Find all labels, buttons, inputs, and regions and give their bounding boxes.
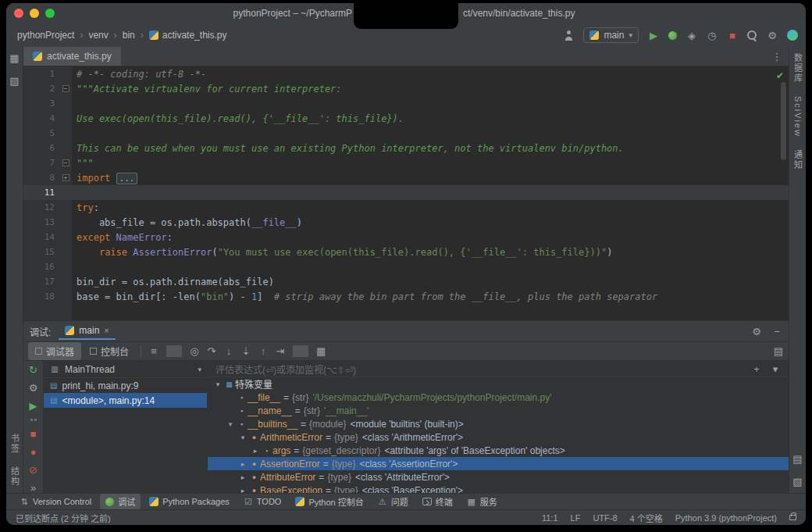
python-packages-tool[interactable]: Python Packages xyxy=(144,495,235,508)
version-control-tool-icon[interactable]: ⇅ xyxy=(20,498,29,506)
line-number[interactable]: 16 xyxy=(23,262,59,272)
python-console-tool[interactable]: Python 控制台 xyxy=(290,494,369,509)
line-number[interactable]: 4 xyxy=(23,113,59,123)
chevron-right-icon[interactable]: ▸ xyxy=(237,460,248,468)
fold-icon[interactable]: − xyxy=(62,159,69,166)
thread-selector[interactable]: ▥ MainThread ▾ xyxy=(44,361,207,378)
editor-tab[interactable]: activate_this.py xyxy=(23,47,121,66)
line-number[interactable]: 7 xyxy=(23,158,59,168)
line-number[interactable]: 11 xyxy=(23,187,59,198)
line-number[interactable]: 5 xyxy=(23,128,59,138)
search-everywhere-button[interactable] xyxy=(747,30,757,41)
variable-row[interactable]: ▸●BaseException={type}<class 'BaseExcept… xyxy=(208,484,789,493)
close-icon[interactable]: × xyxy=(104,326,109,335)
layout-icon[interactable]: ▤ xyxy=(773,346,784,356)
project-tool-icon[interactable]: ▦ xyxy=(9,53,20,63)
chevron-down-icon[interactable]: ▾ xyxy=(212,380,223,388)
variable-row[interactable]: ▪__file__={str}'/Users/maczhuli/PycharmP… xyxy=(208,391,789,404)
todo-tool-icon[interactable]: ☑ xyxy=(244,498,253,506)
add-watch-icon[interactable]: + xyxy=(751,364,762,374)
layout-settings-icon[interactable]: ≡ xyxy=(146,346,162,356)
debug-tool[interactable]: 调试 xyxy=(100,494,141,509)
bookmarks-tool-button[interactable]: 书签 xyxy=(9,434,21,454)
status-item[interactable]: 4 个空格 xyxy=(630,512,663,524)
run-button[interactable]: ▶ xyxy=(648,30,659,41)
status-item[interactable]: 11:1 xyxy=(542,513,558,523)
settings-button[interactable]: ⚙ xyxy=(767,30,778,41)
inspections-ok-icon[interactable]: ✔ xyxy=(776,70,784,81)
modify-run-config-icon[interactable]: ⚙ xyxy=(28,383,39,393)
variable-row[interactable]: ▸●AssertionError={type}<class 'Assertion… xyxy=(208,457,789,470)
breadcrumb-item[interactable]: pythonProject xyxy=(14,29,77,41)
hide-panel-icon[interactable]: − xyxy=(771,327,782,337)
run-to-cursor-icon[interactable]: ⇥ xyxy=(272,346,288,356)
debug-tab-console[interactable]: 控制台 xyxy=(83,342,136,360)
show-execution-point-icon[interactable]: ◎ xyxy=(187,346,202,356)
evaluate-expression-icon[interactable]: ▦ xyxy=(313,346,329,356)
todo-tool[interactable]: ☑TODO xyxy=(238,495,287,508)
line-number[interactable]: 2 xyxy=(23,84,59,94)
profile-avatar[interactable] xyxy=(787,30,798,41)
services-tool[interactable]: ▦服务 xyxy=(461,494,503,509)
line-number[interactable]: 12 xyxy=(23,202,59,212)
coverage-button[interactable]: ◈ xyxy=(686,30,697,41)
profiler-button[interactable]: ◷ xyxy=(707,30,718,41)
resume-program-icon[interactable]: ▶ xyxy=(28,401,39,411)
line-number[interactable]: 18 xyxy=(23,291,59,302)
problems-tool[interactable]: ⚠问题 xyxy=(372,494,414,509)
more-options-icon[interactable]: ⋮ xyxy=(771,52,782,62)
settings-icon[interactable]: ⚙ xyxy=(751,327,762,337)
stack-frame-row[interactable]: ▤print_hi, main.py:9 xyxy=(44,378,207,393)
code-editor[interactable]: 1# -*- coding: utf-8 -*-2−"""Activate vi… xyxy=(23,66,789,320)
fold-icon[interactable]: − xyxy=(62,85,69,92)
close-window-button[interactable] xyxy=(14,9,23,18)
folded-region[interactable]: ... xyxy=(116,173,138,184)
rerun-debug-icon[interactable]: ↻ xyxy=(28,365,39,375)
version-control-tool[interactable]: ⇅Version Control xyxy=(14,495,97,508)
status-item[interactable]: LF xyxy=(571,513,581,523)
more-actions-icon[interactable]: » xyxy=(28,483,39,493)
zoom-window-button[interactable] xyxy=(45,9,55,18)
line-number[interactable]: 6 xyxy=(23,143,59,153)
run-config-select[interactable]: main▾ xyxy=(583,27,639,43)
commit-tool-icon[interactable]: ▧ xyxy=(9,76,20,86)
variable-row[interactable]: ▪__name__={str}'__main__' xyxy=(208,404,789,417)
minimize-window-button[interactable] xyxy=(30,9,39,18)
view-breakpoints-icon[interactable]: ● xyxy=(28,447,39,457)
line-number[interactable]: 8 xyxy=(23,173,59,183)
breadcrumb-item[interactable]: venv xyxy=(85,29,111,41)
pause-program-icon[interactable] xyxy=(30,419,37,421)
chevron-right-icon[interactable]: ▸ xyxy=(237,487,248,494)
line-number[interactable]: 14 xyxy=(23,232,59,242)
variable-row[interactable]: ▾▦特殊变量 xyxy=(208,377,789,391)
debug-tab-debugger[interactable]: 调试器 xyxy=(28,342,81,360)
status-item[interactable]: UTF-8 xyxy=(593,513,617,523)
mute-breakpoints-icon[interactable]: ⊘ xyxy=(28,465,39,475)
stop-button[interactable]: ■ xyxy=(727,30,738,41)
step-out-icon[interactable]: ↑ xyxy=(255,346,271,356)
code-with-me-icon[interactable] xyxy=(564,30,574,41)
expand-icon[interactable]: ▾ xyxy=(770,364,781,374)
evaluate-expression-row[interactable]: 评估表达式(⏎)或添加监视(⌥⇧⏎) +▾ xyxy=(208,361,789,377)
chevron-down-icon[interactable]: ▾ xyxy=(237,434,248,441)
breadcrumb-item[interactable]: bin xyxy=(119,29,138,41)
debug-session-tab[interactable]: main × xyxy=(59,323,115,340)
problems-tool-icon[interactable]: ⚠ xyxy=(378,498,387,506)
force-step-into-icon[interactable]: ⇣ xyxy=(238,346,254,356)
database-tool-button[interactable]: 数据库 xyxy=(792,53,804,84)
structure-tool-button[interactable]: 结构 xyxy=(9,466,21,487)
properties-icon[interactable]: ▨ xyxy=(792,477,803,487)
variable-row[interactable]: ▾▪__builtins__={module}<module 'builtins… xyxy=(208,417,789,430)
stop-icon[interactable]: ■ xyxy=(28,429,39,439)
line-number[interactable]: 15 xyxy=(23,247,59,257)
terminal-tool[interactable]: 终端 xyxy=(417,494,458,509)
variable-row[interactable]: ▸▪args={getset_descriptor}<attribute 'ar… xyxy=(208,444,789,457)
notifications-tool-button[interactable]: 通知 xyxy=(792,150,804,170)
chevron-right-icon[interactable]: ▸ xyxy=(237,473,248,481)
services-tool-icon[interactable]: ▦ xyxy=(467,498,476,506)
step-into-icon[interactable]: ↓ xyxy=(221,346,237,356)
layers-icon[interactable]: ▤ xyxy=(792,454,803,464)
status-item[interactable]: Python 3.9 (pythonProject) xyxy=(675,513,777,523)
breadcrumb-item[interactable]: activate_this.py xyxy=(146,29,230,41)
variable-row[interactable]: ▸●AttributeError={type}<class 'Attribute… xyxy=(208,470,789,484)
